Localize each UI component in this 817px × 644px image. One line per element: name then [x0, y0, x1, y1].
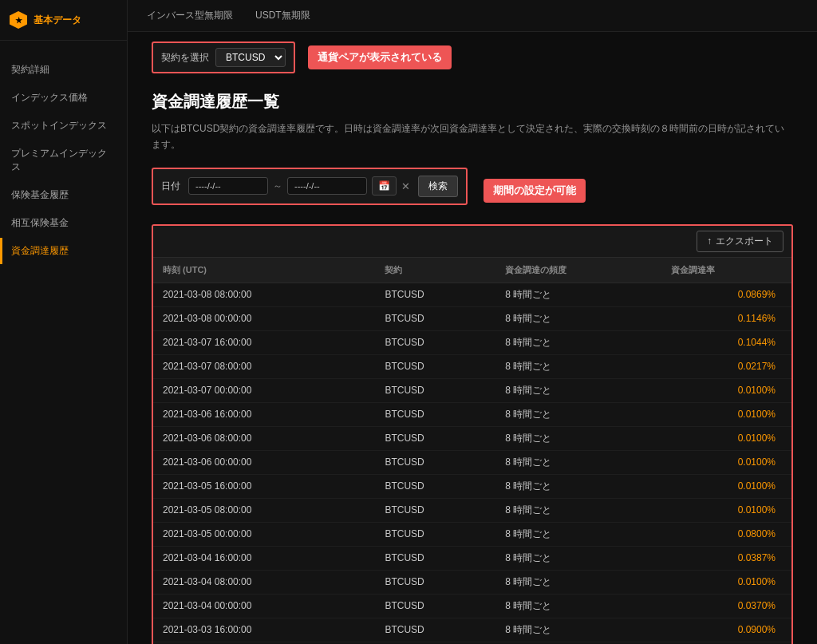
table-cell: 0.0100% [661, 402, 791, 426]
table-cell: 0.0100% [661, 450, 791, 474]
table-cell: 0.0100% [661, 498, 791, 522]
table-cell: BTCUSD [375, 474, 495, 498]
table-cell: 2021-03-08 08:00:00 [153, 282, 375, 306]
table-cell: 2021-03-07 16:00:00 [153, 330, 375, 354]
col-time: 時刻 (UTC) [153, 258, 375, 283]
table-row: 2021-03-05 00:00:00BTCUSD8 時間ごと0.0800% [153, 522, 791, 546]
table-row: 2021-03-07 16:00:00BTCUSD8 時間ごと0.1044% [153, 330, 791, 354]
export-icon: ↑ [707, 235, 712, 247]
table-cell: 8 時間ごと [495, 522, 661, 546]
logo-label: 基本データ [34, 14, 81, 27]
table-cell: 8 時間ごと [495, 306, 661, 330]
table-row: 2021-03-06 00:00:00BTCUSD8 時間ごと0.0100% [153, 450, 791, 474]
table-cell: 2021-03-04 16:00:00 [153, 546, 375, 570]
export-button[interactable]: ↑ エクスポート [697, 231, 783, 252]
table-cell: 2021-03-04 08:00:00 [153, 570, 375, 594]
page-title: 資金調達履歴一覧 [152, 91, 793, 113]
table-cell: BTCUSD [375, 450, 495, 474]
table-cell: 8 時間ごと [495, 450, 661, 474]
date-separator: ～ [273, 180, 282, 193]
filter-row: 日付 ～ 📅 ✕ 検索 期間の設定が可能 [152, 168, 793, 215]
table-cell: 8 時間ごと [495, 546, 661, 570]
sidebar-item-index-price[interactable]: インデックス価格 [0, 85, 127, 111]
table-cell: BTCUSD [375, 522, 495, 546]
table-cell: 8 時間ごと [495, 402, 661, 426]
table-cell: BTCUSD [375, 354, 495, 378]
table-cell: BTCUSD [375, 618, 495, 642]
table-cell: 0.0100% [661, 474, 791, 498]
filter-label: 日付 [161, 180, 180, 193]
table-row: 2021-03-04 00:00:00BTCUSD8 時間ごと0.0370% [153, 594, 791, 618]
col-rate: 資金調達率 [661, 258, 791, 283]
table-cell: 8 時間ごと [495, 426, 661, 450]
table-cell: BTCUSD [375, 306, 495, 330]
table-cell: BTCUSD [375, 594, 495, 618]
col-frequency: 資金調達の頻度 [495, 258, 661, 283]
page-content: 資金調達履歴一覧 以下はBTCUSD契約の資金調達率履歴です。日時は資金調達率が… [128, 83, 817, 644]
table-cell: BTCUSD [375, 426, 495, 450]
table-cell: BTCUSD [375, 378, 495, 402]
table-cell: BTCUSD [375, 282, 495, 306]
sidebar-item-insurance[interactable]: 保険基金履歴 [0, 182, 127, 208]
table-cell: 2021-03-06 00:00:00 [153, 450, 375, 474]
table-cell: 0.0100% [661, 426, 791, 450]
contract-selector-box: 契約を選択 BTCUSD [152, 41, 295, 73]
table-row: 2021-03-03 16:00:00BTCUSD8 時間ごと0.0900% [153, 618, 791, 642]
table-cell: 0.0100% [661, 570, 791, 594]
clear-button[interactable]: ✕ [401, 180, 410, 192]
table-row: 2021-03-04 16:00:00BTCUSD8 時間ごと0.0387% [153, 546, 791, 570]
table-cell: 8 時間ごと [495, 498, 661, 522]
logo-icon: ★ [10, 11, 27, 29]
sidebar-item-spot-index[interactable]: スポットインデックス [0, 113, 127, 139]
export-label: エクスポート [716, 235, 773, 248]
table-cell: 0.0869% [661, 282, 791, 306]
sidebar-item-mutual-fund[interactable]: 相互保険基金 [0, 210, 127, 236]
table-cell: 8 時間ごと [495, 618, 661, 642]
table-cell: BTCUSD [375, 546, 495, 570]
sidebar: ★ 基本データ 契約詳細 インデックス価格 スポットインデックス プレミアムイン… [0, 0, 128, 644]
table-cell: BTCUSD [375, 330, 495, 354]
table-cell: 0.1146% [661, 306, 791, 330]
table-cell: 8 時間ごと [495, 354, 661, 378]
table-cell: 2021-03-03 16:00:00 [153, 618, 375, 642]
table-row: 2021-03-05 16:00:00BTCUSD8 時間ごと0.0100% [153, 474, 791, 498]
table-cell: 0.0217% [661, 354, 791, 378]
calendar-button[interactable]: 📅 [372, 176, 397, 196]
date-from-input[interactable] [188, 177, 268, 195]
topnav-item-usdt[interactable]: USDT無期限 [252, 9, 314, 22]
table-cell: 8 時間ごと [495, 378, 661, 402]
table-header-row: 時刻 (UTC) 契約 資金調達の頻度 資金調達率 [153, 258, 791, 283]
sidebar-item-funding-history[interactable]: 資金調達履歴 [0, 238, 127, 264]
topnav: インバース型無期限 USDT無期限 [128, 0, 817, 32]
table-cell: 0.0387% [661, 546, 791, 570]
table-cell: 8 時間ごと [495, 594, 661, 618]
sidebar-item-premium-index[interactable]: プレミアムインデックス [0, 140, 127, 180]
table-cell: BTCUSD [375, 570, 495, 594]
table-cell: 8 時間ごと [495, 570, 661, 594]
sidebar-item-contract-detail[interactable]: 契約詳細 [0, 57, 127, 83]
table-cell: 2021-03-07 08:00:00 [153, 354, 375, 378]
table-cell: 8 時間ごと [495, 474, 661, 498]
filter-bar: 日付 ～ 📅 ✕ 検索 [152, 168, 468, 205]
funding-history-table: 時刻 (UTC) 契約 資金調達の頻度 資金調達率 2021-03-08 08:… [153, 258, 791, 644]
contract-label: 契約を選択 [161, 51, 209, 65]
table-cell: BTCUSD [375, 498, 495, 522]
table-cell: 8 時間ごと [495, 282, 661, 306]
table-row: 2021-03-08 08:00:00BTCUSD8 時間ごと0.0869% [153, 282, 791, 306]
table-cell: 2021-03-07 00:00:00 [153, 378, 375, 402]
contract-select[interactable]: BTCUSD [215, 48, 286, 67]
table-cell: 2021-03-05 00:00:00 [153, 522, 375, 546]
table-cell: 2021-03-04 00:00:00 [153, 594, 375, 618]
sidebar-nav: 契約詳細 インデックス価格 スポットインデックス プレミアムインデックス 保険基… [0, 41, 127, 280]
date-to-input[interactable] [287, 177, 367, 195]
table-wrapper: ↑ エクスポート 時刻 (UTC) 契約 資金調達の頻度 資金調達率 [152, 224, 793, 644]
table-row: 2021-03-04 08:00:00BTCUSD8 時間ごと0.0100% [153, 570, 791, 594]
table-cell: BTCUSD [375, 402, 495, 426]
table-cell: 0.0800% [661, 522, 791, 546]
topnav-item-inverse[interactable]: インバース型無期限 [144, 9, 236, 22]
main-area: インバース型無期限 USDT無期限 契約を選択 BTCUSD 通貨ペアが表示され… [128, 0, 817, 644]
search-button[interactable]: 検索 [418, 176, 458, 197]
table-row: 2021-03-05 08:00:00BTCUSD8 時間ごと0.0100% [153, 498, 791, 522]
page-description: 以下はBTCUSD契約の資金調達率履歴です。日時は資金調達率が次回資金調達率とし… [152, 121, 793, 153]
table-cell: 2021-03-06 08:00:00 [153, 426, 375, 450]
